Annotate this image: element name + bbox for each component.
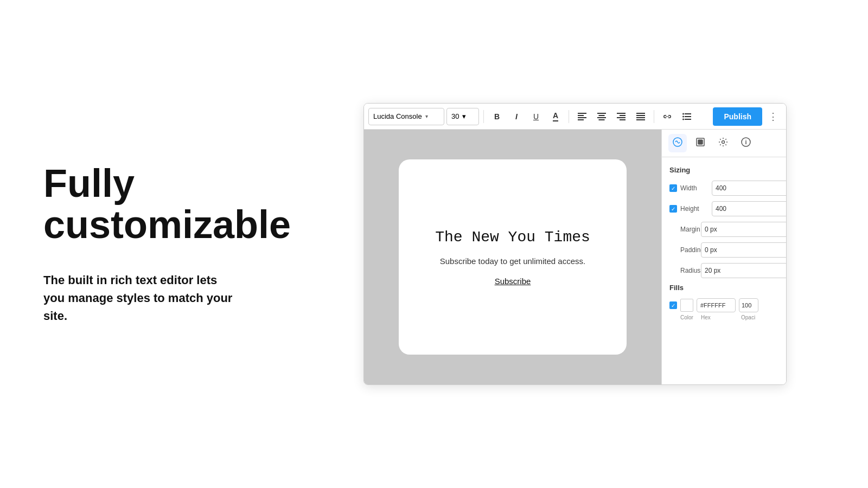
right-panel: i Sizing Width px <box>661 130 786 384</box>
underline-button[interactable]: U <box>527 108 545 125</box>
svg-rect-14 <box>636 117 645 118</box>
font-chevron-icon: ▾ <box>425 113 428 119</box>
svg-rect-6 <box>597 117 606 118</box>
padding-label: Padding <box>669 246 698 254</box>
font-color-label: A <box>553 111 558 121</box>
hex-input[interactable] <box>697 298 736 312</box>
opacity-col-label: Opaci <box>741 314 755 320</box>
svg-rect-11 <box>620 119 626 120</box>
margin-row: Margin <box>669 222 778 237</box>
svg-rect-5 <box>599 115 605 116</box>
margin-label: Margin <box>669 226 698 233</box>
editor-window: Lucida Console ▾ 30 ▾ B I U A <box>363 103 787 385</box>
link-button[interactable] <box>659 108 676 125</box>
panel-tab-layout[interactable] <box>691 134 710 152</box>
panel-tab-info[interactable]: i <box>737 134 755 152</box>
svg-rect-3 <box>578 119 584 120</box>
hex-col-label: Hex <box>699 314 738 320</box>
padding-row: Padding <box>669 242 778 258</box>
color-col-label: Color <box>680 314 695 320</box>
card-subtitle: Subscribe today to get unlimited access. <box>440 256 585 266</box>
height-label: Height <box>680 205 709 213</box>
panel-tabs: i <box>662 130 786 157</box>
size-chevron-icon: ▾ <box>462 112 466 120</box>
align-justify-button[interactable] <box>632 108 649 125</box>
divider-1 <box>483 110 484 123</box>
svg-rect-17 <box>685 113 691 114</box>
height-row: Height px <box>669 201 778 216</box>
svg-rect-24 <box>698 140 703 144</box>
left-section: Fully customizable The built in rich tex… <box>0 131 282 357</box>
bold-button[interactable]: B <box>488 108 506 125</box>
link-icon <box>662 113 672 120</box>
svg-text:i: i <box>745 139 746 145</box>
svg-rect-21 <box>685 119 691 120</box>
more-button[interactable]: ⋮ <box>764 108 782 125</box>
height-input[interactable] <box>712 201 786 216</box>
card-title: The New You Times <box>435 229 590 246</box>
divider-2 <box>569 110 569 123</box>
svg-rect-7 <box>599 119 605 120</box>
panel-content: Sizing Width px Height px <box>662 157 786 384</box>
fills-labels: Color Hex Opaci <box>669 314 778 320</box>
font-family-selector[interactable]: Lucida Console ▾ <box>368 108 444 125</box>
divider-3 <box>654 110 654 123</box>
opacity-input[interactable] <box>739 298 758 312</box>
svg-rect-2 <box>578 117 586 118</box>
svg-rect-13 <box>636 115 645 116</box>
info-icon: i <box>741 137 751 149</box>
svg-point-25 <box>722 141 725 144</box>
width-row: Width px <box>669 181 778 196</box>
width-label: Width <box>680 184 709 192</box>
svg-rect-9 <box>620 115 626 116</box>
align-center-button[interactable] <box>593 108 610 125</box>
svg-point-20 <box>682 118 684 120</box>
svg-point-16 <box>682 113 684 114</box>
margin-input[interactable] <box>701 222 786 237</box>
svg-rect-10 <box>617 117 626 118</box>
align-center-icon <box>597 113 606 120</box>
color-button[interactable]: A <box>547 108 564 125</box>
align-left-button[interactable] <box>573 108 591 125</box>
svg-rect-12 <box>636 113 645 114</box>
italic-button[interactable]: I <box>508 108 525 125</box>
padding-input[interactable] <box>701 242 786 258</box>
sub-description: The built in rich text editor lets you m… <box>43 271 239 325</box>
width-checkbox[interactable] <box>669 184 677 192</box>
fills-checkbox[interactable] <box>669 301 677 309</box>
svg-rect-15 <box>636 119 645 120</box>
right-section: Lucida Console ▾ 30 ▾ B I U A <box>282 103 868 385</box>
svg-point-18 <box>682 115 684 117</box>
panel-tab-settings[interactable] <box>714 134 732 152</box>
fills-section: Fills Color Hex Opaci <box>669 284 778 320</box>
radius-row: Radius <box>669 263 778 278</box>
svg-rect-19 <box>685 116 691 117</box>
align-right-button[interactable] <box>612 108 630 125</box>
canvas-area: The New You Times Subscribe today to get… <box>364 130 661 384</box>
fills-label: Fills <box>669 284 778 292</box>
radius-input[interactable] <box>701 263 786 278</box>
fills-row <box>669 298 778 312</box>
style-icon <box>673 137 682 149</box>
svg-rect-8 <box>617 113 626 114</box>
sizing-label: Sizing <box>669 166 778 174</box>
list-icon <box>682 113 691 120</box>
align-right-icon <box>617 113 626 120</box>
gear-icon <box>718 137 728 149</box>
height-checkbox[interactable] <box>669 205 677 213</box>
align-justify-icon <box>636 113 645 120</box>
content-card: The New You Times Subscribe today to get… <box>399 159 627 355</box>
main-heading: Fully customizable <box>43 163 239 245</box>
publish-button[interactable]: Publish <box>713 107 762 126</box>
layout-icon <box>695 137 705 149</box>
width-input[interactable] <box>712 181 786 196</box>
svg-rect-0 <box>578 113 586 114</box>
align-left-icon <box>578 113 586 120</box>
panel-tab-style[interactable] <box>668 134 687 152</box>
list-button[interactable] <box>678 108 695 125</box>
font-size-selector[interactable]: 30 ▾ <box>446 108 479 125</box>
svg-rect-4 <box>597 113 606 114</box>
toolbar: Lucida Console ▾ 30 ▾ B I U A <box>364 104 786 130</box>
card-subscribe-link[interactable]: Subscribe <box>495 277 531 286</box>
color-swatch[interactable] <box>680 299 693 312</box>
